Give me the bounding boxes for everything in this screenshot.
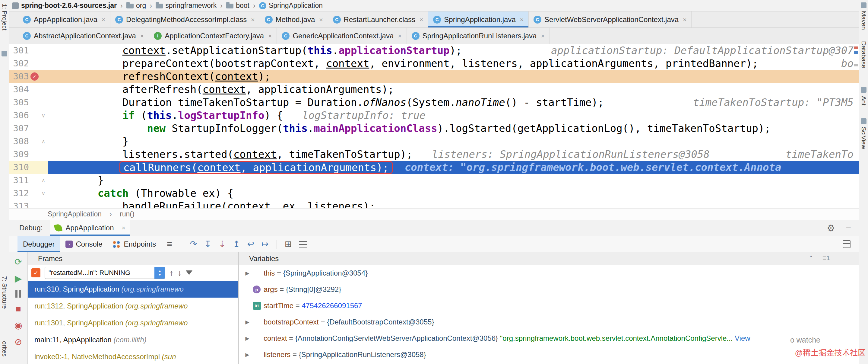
breadcrumb-item[interactable]: spring-boot-2.6.4-sources.jar [21, 1, 117, 10]
gutter[interactable]: 309 [9, 148, 48, 161]
gutter[interactable]: 308∧ [9, 135, 48, 148]
code-text[interactable]: context.setApplicationStartup(this.appli… [48, 44, 859, 57]
variable-row[interactable]: ▶bootstrapContext = {DefaultBootstrapCon… [239, 314, 859, 330]
code-text[interactable]: } [48, 135, 859, 148]
tab-debugger[interactable]: Debugger [18, 236, 60, 252]
code-text[interactable]: prepareContext(bootstrapContext, context… [48, 57, 859, 70]
fold-marker-icon[interactable]: ∨ [40, 109, 47, 122]
gutter[interactable]: 305 [9, 96, 48, 109]
gutter[interactable]: 304 [9, 83, 48, 96]
close-tab-icon[interactable]: × [268, 32, 272, 39]
code-text[interactable]: refreshContext(context); [48, 70, 859, 83]
frame-row[interactable]: run:1301, SpringApplication (org.springf… [28, 314, 238, 331]
gutter[interactable]: 310 [9, 161, 48, 174]
hide-panel-icon[interactable]: − [846, 223, 851, 233]
variable-row[interactable]: pargs = {String[0]@3292} [239, 281, 859, 298]
layout-menu-icon[interactable]: ≡ [167, 239, 172, 249]
expand-arrow-icon[interactable]: ▶ [242, 335, 253, 342]
editor-tab[interactable]: CMethod.java× [260, 11, 328, 27]
toolwindow-sciview-button[interactable]: SciView [860, 127, 867, 149]
view-link[interactable]: View [733, 334, 750, 342]
maven-tool-icon[interactable] [861, 2, 867, 8]
stop-icon[interactable]: ■ [16, 304, 21, 314]
dropdown-stepper-icon[interactable]: ▲▼ [154, 267, 165, 279]
settings-gear-icon[interactable]: ⚙ [827, 223, 835, 233]
close-tab-icon[interactable]: × [683, 16, 686, 23]
close-tab-icon[interactable]: × [520, 16, 524, 23]
toolwindow-project-button[interactable]: 1: Project [1, 4, 8, 30]
editor-tab[interactable]: CAppApplication.java× [18, 11, 111, 27]
breadcrumb-item[interactable]: org [136, 1, 146, 10]
gutter[interactable]: 303✓ [9, 70, 48, 83]
code-text[interactable]: catch (Throwable ex) { [48, 187, 859, 200]
gutter[interactable]: 307 [9, 122, 48, 135]
pause-icon[interactable] [16, 290, 21, 298]
variable-row[interactable]: ▶context = {AnnotationConfigServletWebSe… [239, 330, 859, 346]
editor-breadcrumb[interactable]: SpringApplication › run() [9, 208, 859, 220]
debugger-settings-icon[interactable] [299, 241, 307, 248]
breadcrumb-item[interactable]: SpringApplication [269, 1, 323, 10]
view-breakpoints-icon[interactable]: ◉ [14, 320, 22, 331]
breadcrumb-item[interactable]: boot [236, 1, 249, 10]
step-over-icon[interactable]: ↷ [190, 239, 197, 249]
editor-tab[interactable]: CGenericApplicationContext.java× [277, 28, 407, 44]
previous-frame-icon[interactable]: ↑ [169, 268, 174, 278]
fold-marker-icon[interactable]: ∨ [40, 187, 47, 200]
error-stripe-mark[interactable] [854, 47, 858, 49]
editor-tab[interactable]: CDelegatingMethodAccessorImpl.class× [111, 11, 260, 27]
code-text[interactable]: callRunners(context, applicationArgument… [48, 161, 859, 174]
thread-dropdown[interactable]: "restartedM...in": RUNNING ▲▼ [44, 267, 165, 279]
code-text[interactable]: afterRefresh(context, applicationArgumen… [48, 83, 859, 96]
step-into-icon[interactable]: ↧ [204, 239, 211, 249]
breadcrumb-item[interactable]: springframework [165, 1, 217, 10]
code-text[interactable]: Duration timeTakenToStartup = Duration.o… [48, 96, 859, 109]
close-tab-icon[interactable]: × [319, 16, 323, 23]
variable-row[interactable]: 01startTime = 475426266091567 [239, 298, 859, 314]
editor-tab[interactable]: CSpringApplication.java× [428, 11, 529, 27]
hide-library-frames-icon[interactable] [186, 271, 192, 278]
close-session-icon[interactable]: × [122, 224, 125, 231]
editor-tab[interactable]: CSpringApplicationRunListeners.java× [407, 28, 550, 44]
editor-tab[interactable]: CServletWebServerApplicationContext.java… [529, 11, 691, 27]
show-values-inline-icon[interactable]: ≡1 [823, 254, 830, 262]
debug-session-tab[interactable]: AppApplication × [50, 220, 130, 236]
tab-console[interactable]: › Console [60, 236, 108, 252]
close-tab-icon[interactable]: × [420, 16, 423, 23]
close-tab-icon[interactable]: × [541, 32, 545, 39]
breadcrumb-method[interactable]: run() [120, 210, 134, 218]
gutter[interactable]: 302 [9, 57, 48, 70]
close-tab-icon[interactable]: × [102, 16, 105, 23]
close-tab-icon[interactable]: × [251, 16, 254, 23]
editor-tab[interactable]: IApplicationContextFactory.java× [149, 28, 277, 44]
toolwindow-structure-button[interactable]: 7: Structure [1, 276, 8, 309]
code-text[interactable]: listeners.started(context, timeTakenToSt… [48, 148, 859, 161]
variable-row[interactable]: ▶listeners = {SpringApplicationRunListen… [239, 346, 859, 363]
expand-arrow-icon[interactable]: ▶ [242, 319, 253, 325]
code-text[interactable]: handleRunFailure(context, ex, listeners)… [48, 200, 859, 208]
gutter[interactable]: 313 [9, 200, 48, 208]
run-to-cursor-icon[interactable]: ↦ [261, 239, 269, 249]
tab-endpoints[interactable]: Endpoints [108, 236, 161, 252]
view-as-table-icon[interactable]: ⊞ [285, 239, 292, 249]
expand-arrow-icon[interactable]: ▶ [242, 270, 253, 277]
project-tool-icon[interactable] [1, 51, 7, 56]
code-text[interactable]: } [48, 174, 859, 187]
next-frame-icon[interactable]: ↓ [178, 268, 182, 278]
expand-arrow-icon[interactable]: ▶ [242, 352, 253, 358]
frame-row[interactable]: run:1312, SpringApplication (org.springf… [28, 298, 238, 314]
toolwindow-maven-button[interactable]: Maven [860, 11, 867, 30]
close-tab-icon[interactable]: × [140, 32, 144, 39]
editor-tab[interactable]: CAbstractApplicationContext.java× [18, 28, 149, 44]
gutter[interactable]: 306∨ [9, 109, 48, 122]
close-tab-icon[interactable]: × [398, 32, 401, 39]
text-view-icon[interactable]: '' [810, 254, 812, 262]
ant-tool-icon[interactable] [861, 87, 867, 93]
code-text[interactable]: if (this.logStartupInfo) {logStartupInfo… [48, 109, 859, 122]
mute-breakpoints-icon[interactable]: ⊘ [14, 337, 22, 347]
step-out-icon[interactable]: ↥ [233, 239, 240, 249]
variable-row[interactable]: ▶this = {SpringApplication@3054} [239, 265, 859, 281]
rerun-debug-icon[interactable]: ⟳ [14, 256, 22, 267]
frame-row[interactable]: run:310, SpringApplication (org.springfr… [28, 281, 238, 298]
editor-tab[interactable]: CRestartLauncher.class× [328, 11, 429, 27]
restore-layout-icon[interactable] [843, 240, 850, 248]
